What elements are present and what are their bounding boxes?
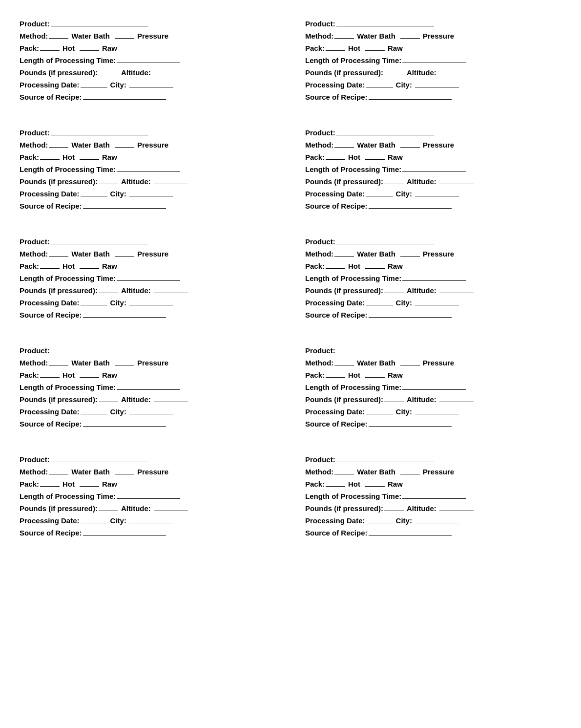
source-field[interactable] [369,419,452,427]
pack-check-hot[interactable] [326,43,345,51]
method-check-pressure[interactable] [400,31,420,39]
city-field[interactable] [129,80,173,87]
method-check-waterbath[interactable] [334,467,354,474]
pack-check-raw[interactable] [80,261,99,269]
source-field[interactable] [369,92,452,100]
altitude-field[interactable] [154,176,188,184]
pack-check-hot[interactable] [40,152,60,160]
processing-date-field[interactable] [81,515,107,523]
city-field[interactable] [415,515,459,523]
length-field[interactable] [117,491,180,499]
product-field[interactable] [336,236,434,244]
method-check-waterbath[interactable] [49,31,68,39]
pack-check-hot[interactable] [326,261,345,269]
method-check-pressure[interactable] [115,31,134,39]
pounds-field[interactable] [99,285,118,293]
pack-check-raw[interactable] [80,370,99,378]
altitude-field[interactable] [154,67,188,75]
method-check-pressure[interactable] [400,140,420,148]
altitude-field[interactable] [439,67,474,75]
product-field[interactable] [51,236,148,244]
method-check-pressure[interactable] [400,358,420,365]
altitude-field[interactable] [439,285,474,293]
altitude-field[interactable] [154,394,188,402]
product-field[interactable] [51,128,148,135]
method-check-pressure[interactable] [115,358,134,365]
pack-check-hot[interactable] [40,479,60,487]
pounds-field[interactable] [99,176,118,184]
pack-check-raw[interactable] [365,152,385,160]
method-check-waterbath[interactable] [49,467,68,474]
pack-check-raw[interactable] [80,479,99,487]
length-field[interactable] [117,164,180,172]
source-field[interactable] [83,310,166,318]
length-field[interactable] [402,273,466,281]
pack-check-raw[interactable] [365,261,385,269]
pack-check-raw[interactable] [365,370,385,378]
processing-date-field[interactable] [366,515,393,523]
length-field[interactable] [402,164,466,172]
city-field[interactable] [415,407,459,414]
city-field[interactable] [415,189,459,196]
length-field[interactable] [402,382,466,390]
product-field[interactable] [336,128,434,135]
pounds-field[interactable] [384,67,404,75]
source-field[interactable] [83,92,166,100]
processing-date-field[interactable] [81,189,107,196]
method-check-pressure[interactable] [115,467,134,474]
city-field[interactable] [129,298,173,305]
method-check-waterbath[interactable] [334,358,354,365]
altitude-field[interactable] [154,285,188,293]
city-field[interactable] [129,515,173,523]
product-field[interactable] [51,345,148,353]
method-check-waterbath[interactable] [49,249,68,257]
product-field[interactable] [336,345,434,353]
length-field[interactable] [117,382,180,390]
source-field[interactable] [83,201,166,209]
source-field[interactable] [83,528,166,535]
pack-check-hot[interactable] [326,479,345,487]
method-check-waterbath[interactable] [334,140,354,148]
source-field[interactable] [369,310,452,318]
pack-check-hot[interactable] [326,370,345,378]
method-check-pressure[interactable] [400,249,420,257]
pack-check-raw[interactable] [80,43,99,51]
processing-date-field[interactable] [366,407,393,414]
processing-date-field[interactable] [366,80,393,87]
method-check-waterbath[interactable] [334,31,354,39]
processing-date-field[interactable] [366,298,393,305]
pack-check-hot[interactable] [326,152,345,160]
altitude-field[interactable] [439,176,474,184]
pounds-field[interactable] [384,176,404,184]
pounds-field[interactable] [99,394,118,402]
length-field[interactable] [117,273,180,281]
length-field[interactable] [117,55,180,63]
pounds-field[interactable] [99,503,118,511]
product-field[interactable] [336,454,434,462]
pack-check-hot[interactable] [40,370,60,378]
pack-check-raw[interactable] [365,43,385,51]
city-field[interactable] [129,407,173,414]
processing-date-field[interactable] [81,407,107,414]
length-field[interactable] [402,491,466,499]
method-check-pressure[interactable] [400,467,420,474]
length-field[interactable] [402,55,466,63]
pack-check-hot[interactable] [40,261,60,269]
altitude-field[interactable] [439,394,474,402]
source-field[interactable] [83,419,166,427]
method-check-waterbath[interactable] [49,358,68,365]
method-check-pressure[interactable] [115,140,134,148]
product-field[interactable] [336,19,434,26]
method-check-pressure[interactable] [115,249,134,257]
altitude-field[interactable] [439,503,474,511]
method-check-waterbath[interactable] [334,249,354,257]
processing-date-field[interactable] [366,189,393,196]
product-field[interactable] [51,454,148,462]
processing-date-field[interactable] [81,80,107,87]
city-field[interactable] [415,298,459,305]
source-field[interactable] [369,201,452,209]
city-field[interactable] [415,80,459,87]
pounds-field[interactable] [384,503,404,511]
altitude-field[interactable] [154,503,188,511]
pack-check-hot[interactable] [40,43,60,51]
